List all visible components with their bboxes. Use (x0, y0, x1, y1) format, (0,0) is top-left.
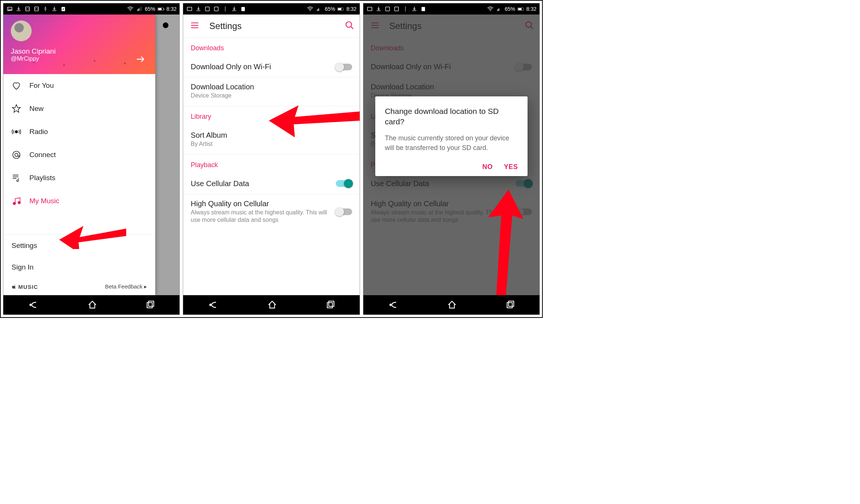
apple-icon (12, 284, 17, 289)
svg-rect-38 (497, 9, 498, 11)
svg-rect-36 (421, 7, 425, 11)
svg-rect-31 (327, 303, 332, 308)
dev2-icon (33, 6, 40, 12)
recents-icon[interactable] (506, 300, 515, 309)
svg-point-30 (346, 22, 351, 27)
confirm-dialog: Change download location to SD card? The… (375, 96, 528, 176)
svg-point-15 (13, 151, 20, 159)
recents-icon[interactable] (326, 300, 335, 309)
dialog-body: The music currently stored on your devic… (385, 133, 518, 153)
hamburger-icon[interactable] (190, 20, 200, 32)
nav-new[interactable]: New (3, 97, 155, 120)
svg-rect-29 (338, 8, 341, 10)
section-downloads: Downloads (183, 38, 359, 57)
setting-download-location[interactable]: Download Location Device Storage (183, 77, 359, 106)
dialog-title: Change download location to SD card? (385, 106, 518, 127)
back-icon[interactable] (208, 300, 218, 310)
playlist-icon (12, 173, 21, 183)
dev2-icon (213, 6, 220, 12)
download2-icon (51, 6, 58, 12)
arrow-right-icon (135, 54, 146, 64)
svg-point-1 (8, 8, 9, 9)
svg-rect-9 (141, 6, 142, 11)
battery-percent: 65% (505, 6, 515, 12)
battery-icon (517, 6, 524, 12)
user-handle: @MrCippy (11, 55, 148, 62)
search-icon[interactable] (162, 21, 171, 31)
download-icon (375, 6, 382, 12)
setting-hq[interactable]: High Quality on Cellular Always stream m… (183, 194, 359, 230)
nav-label: My Music (29, 197, 59, 205)
dialog-yes-button[interactable]: YES (504, 163, 518, 171)
dev-icon (384, 6, 391, 12)
search-icon[interactable] (345, 20, 354, 32)
home-icon[interactable] (87, 300, 97, 310)
svg-point-25 (310, 10, 310, 11)
section-playback: Playback (183, 154, 359, 174)
signal-icon (136, 6, 143, 12)
avatar (11, 20, 32, 41)
nav-radio[interactable]: Radio (3, 120, 155, 143)
nav-for-you[interactable]: For You (3, 74, 155, 97)
cellular-toggle[interactable] (336, 180, 352, 187)
nav-playlists[interactable]: Playlists (3, 166, 155, 189)
download-icon (195, 6, 202, 12)
beta-feedback[interactable]: Beta Feedback ▸ (105, 283, 147, 290)
battery-icon (337, 6, 344, 12)
signal-icon (316, 6, 322, 12)
nav-signin[interactable]: Sign In (3, 256, 155, 278)
nav-drawer: Jason Cipriani @MrCippy For You New Radi… (3, 15, 155, 295)
battery-percent: 65% (325, 6, 335, 12)
dialog-no-button[interactable]: NO (482, 163, 493, 171)
signal-icon (496, 6, 503, 12)
hq-toggle[interactable] (336, 208, 352, 215)
settings-list[interactable]: Downloads Download Only on Wi-Fi Downloa… (183, 38, 359, 295)
clock: 8:32 (346, 6, 356, 12)
setting-wifi-only[interactable]: Download Only on Wi-Fi (183, 57, 359, 77)
svg-point-5 (130, 10, 131, 11)
android-navbar (363, 295, 539, 315)
download2-icon (231, 6, 238, 12)
image-icon (6, 6, 13, 12)
assignment-icon (60, 6, 67, 12)
nav-label: Radio (29, 128, 48, 136)
drawer-header[interactable]: Jason Cipriani @MrCippy (3, 15, 155, 74)
wifi-only-toggle[interactable] (336, 64, 352, 70)
status-bar: 65% 8:32 (3, 3, 179, 15)
svg-point-37 (490, 10, 491, 11)
nav-connect[interactable]: Connect (3, 143, 155, 166)
svg-point-13 (163, 22, 169, 28)
svg-rect-12 (164, 8, 164, 10)
back-icon[interactable] (388, 300, 398, 310)
android-navbar (183, 295, 359, 315)
svg-point-14 (15, 131, 18, 133)
setting-sort-album[interactable]: Sort Album By Artist (183, 126, 359, 154)
wifi-icon (307, 6, 313, 12)
svg-rect-22 (206, 7, 210, 11)
nav-my-music[interactable]: My Music (3, 189, 155, 213)
svg-rect-11 (158, 8, 162, 10)
svg-point-18 (18, 201, 20, 204)
apple-music-brand: MUSIC (12, 284, 38, 290)
back-icon[interactable] (28, 300, 38, 310)
svg-rect-19 (147, 303, 152, 308)
nav-settings[interactable]: Settings (3, 235, 155, 256)
star-icon (12, 104, 21, 114)
recents-icon[interactable] (146, 300, 155, 309)
svg-rect-6 (137, 9, 138, 11)
image-icon (366, 6, 373, 12)
home-icon[interactable] (267, 300, 277, 310)
svg-rect-8 (140, 7, 140, 11)
assignment-icon (420, 6, 427, 12)
clock: 8:32 (526, 6, 536, 12)
svg-rect-23 (214, 7, 219, 11)
svg-point-16 (15, 153, 18, 157)
status-bar: 65% 8:32 (183, 3, 359, 15)
svg-rect-35 (394, 7, 398, 11)
download2-icon (411, 6, 418, 12)
svg-rect-7 (138, 9, 139, 11)
screenshot-dialog: 65% 8:32 Settings Downloads Download Onl… (363, 3, 540, 315)
wifi-icon (127, 6, 134, 12)
home-icon[interactable] (447, 300, 457, 310)
setting-cellular[interactable]: Use Cellular Data (183, 174, 359, 194)
